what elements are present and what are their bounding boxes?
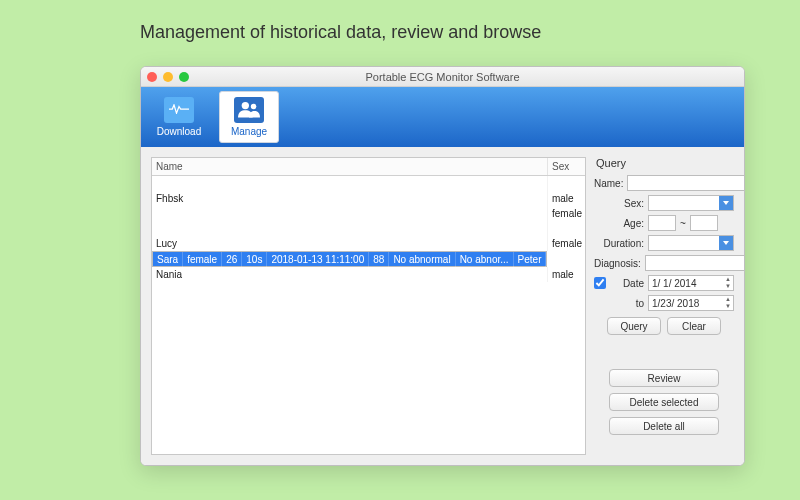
sex-label: Sex:: [594, 198, 644, 209]
age-from-input[interactable]: [648, 215, 676, 231]
table-row[interactable]: female3115s2018-01-18 11:28:3169No abnor…: [152, 206, 586, 221]
manage-tab[interactable]: Manage: [219, 91, 279, 143]
content-area: NameSexAgeDurationCheck timeHRFeatureDia…: [141, 147, 744, 465]
chevron-down-icon: [719, 196, 733, 210]
diagnosis-label: Diagnosis:: [594, 258, 641, 269]
age-label: Age:: [594, 218, 644, 229]
stepper-icon[interactable]: ▲▼: [723, 276, 733, 290]
col-header[interactable]: Name: [152, 158, 547, 176]
query-panel: Query Name: Sex: Age: ~ Duration: Diagno…: [594, 157, 734, 455]
date-from-input[interactable]: 1/ 1/ 2014 ▲▼: [648, 275, 734, 291]
sex-select[interactable]: [648, 195, 734, 211]
page-caption: Management of historical data, review an…: [0, 0, 800, 43]
svg-point-1: [251, 104, 257, 110]
col-header[interactable]: Sex: [547, 158, 586, 176]
query-button[interactable]: Query: [607, 317, 661, 335]
table-row[interactable]: Naniamale2610s2018-01-12 16:10:33101Tach…: [152, 267, 586, 282]
duration-select[interactable]: [648, 235, 734, 251]
diagnosis-input[interactable]: [645, 255, 745, 271]
name-input[interactable]: [627, 175, 745, 191]
age-to-input[interactable]: [690, 215, 718, 231]
chevron-down-icon: [719, 236, 733, 250]
duration-label: Duration:: [594, 238, 644, 249]
manage-label: Manage: [231, 126, 267, 137]
table-row[interactable]: 30s2018-01-22 15:08:4596No abnormal: [152, 176, 586, 192]
download-icon: [164, 97, 194, 123]
to-label: to: [594, 298, 644, 309]
toolbar: Download Manage: [141, 87, 744, 147]
table-row[interactable]: Sarafemale2610s2018-01-13 11:11:0088No a…: [152, 251, 547, 267]
table-row[interactable]: Lucyfemale2610s2018-01-13 11:11:3088No a…: [152, 236, 586, 251]
date-to-input[interactable]: 1/23/ 2018 ▲▼: [648, 295, 734, 311]
svg-point-0: [242, 102, 249, 109]
review-button[interactable]: Review: [609, 369, 719, 387]
delete-all-button[interactable]: Delete all: [609, 417, 719, 435]
age-sep: ~: [680, 218, 686, 229]
data-table: NameSexAgeDurationCheck timeHRFeatureDia…: [151, 157, 586, 455]
download-label: Download: [157, 126, 201, 137]
query-title: Query: [594, 157, 734, 169]
name-label: Name:: [594, 178, 623, 189]
stepper-icon[interactable]: ▲▼: [723, 296, 733, 310]
manage-icon: [234, 97, 264, 123]
window-title: Portable ECG Monitor Software: [141, 71, 744, 83]
app-window: Portable ECG Monitor Software Download M…: [140, 66, 745, 466]
date-label: Date: [610, 278, 644, 289]
table-row[interactable]: 15s2018-01-18 11:28:0290No abnormal: [152, 221, 586, 236]
titlebar: Portable ECG Monitor Software: [141, 67, 744, 87]
date-checkbox[interactable]: [594, 277, 606, 289]
clear-button[interactable]: Clear: [667, 317, 721, 335]
delete-selected-button[interactable]: Delete selected: [609, 393, 719, 411]
table-row[interactable]: Fhbskmale5030s2018-01-22 08:23:4997Accid…: [152, 191, 586, 206]
download-tab[interactable]: Download: [149, 91, 209, 143]
